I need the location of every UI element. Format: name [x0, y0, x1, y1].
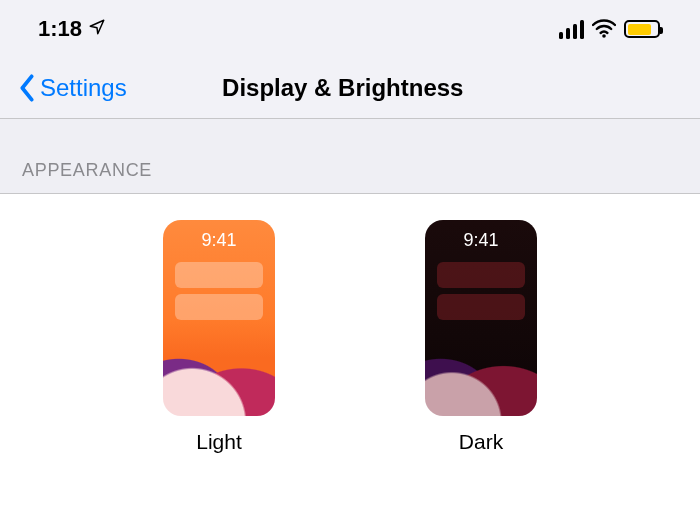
appearance-option-light[interactable]: 9:41 Light	[163, 220, 275, 525]
preview-notification	[175, 294, 263, 320]
nav-header: Settings Display & Brightness	[0, 58, 700, 118]
cellular-signal-icon	[559, 20, 585, 39]
preview-notification	[175, 262, 263, 288]
back-label: Settings	[40, 74, 127, 102]
page-title: Display & Brightness	[222, 74, 463, 102]
preview-time: 9:41	[425, 230, 537, 251]
appearance-label-dark: Dark	[459, 430, 503, 454]
location-icon	[88, 16, 106, 42]
section-header-appearance: APPEARANCE	[0, 152, 700, 194]
light-mode-preview: 9:41	[163, 220, 275, 416]
preview-notification	[437, 294, 525, 320]
back-button[interactable]: Settings	[18, 74, 127, 102]
status-left: 1:18	[38, 16, 106, 42]
preview-time: 9:41	[163, 230, 275, 251]
dark-mode-preview: 9:41	[425, 220, 537, 416]
status-right	[559, 19, 661, 39]
status-time: 1:18	[38, 16, 82, 42]
section-gap	[0, 118, 700, 152]
appearance-option-dark[interactable]: 9:41 Dark	[425, 220, 537, 525]
wifi-icon	[592, 19, 616, 39]
preview-notification	[437, 262, 525, 288]
appearance-panel: 9:41 Light 9:41 Dark	[0, 194, 700, 525]
battery-icon	[624, 20, 660, 38]
chevron-left-icon	[18, 74, 36, 102]
status-bar: 1:18	[0, 0, 700, 58]
svg-point-0	[602, 34, 606, 38]
appearance-label-light: Light	[196, 430, 242, 454]
